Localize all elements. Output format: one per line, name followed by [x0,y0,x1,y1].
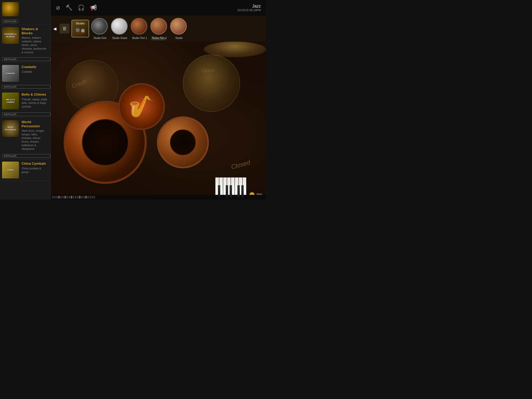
kick-label: Studio Kick [94,37,107,39]
cowbells-desc: Cowbells [22,70,48,74]
shakers-desc: Maraca, shakers, castanet, cabasa, block… [22,36,48,54]
sidebar-item-shakers[interactable]: SHAKERS & BLOCKS Shakers & Blocks Maraca… [0,25,50,63]
china-thumb: CHINA [2,162,19,178]
piano-key-black[interactable] [218,185,220,198]
installed-badge: INSTALLED [2,19,18,23]
saxophone-icon: 🎷 [129,94,155,119]
kick-thumb [91,18,109,36]
snare-label: Studio Snare [112,37,127,39]
progress-bar [51,195,266,200]
progress-seg [71,196,72,198]
svg-point-2 [81,29,85,32]
menu-toggle-button[interactable]: ☰ [59,24,69,34]
drum-item-extra[interactable]: Studio [170,18,188,39]
shakers-thumb-label: SHAKERS & BLOCKS [2,32,19,38]
progress-seg [52,196,54,198]
progress-seg [54,196,56,198]
bells-thumb: BELLS & CHIMES [2,92,19,109]
drum-item-tom1[interactable]: Studio Tom 1 [131,18,148,39]
sidebar-item-china[interactable]: CHINA China Cymbals China cymbals & gong… [0,159,50,181]
china-title: China Cymbals [22,162,48,166]
world-badge: INSTALLED [2,154,50,158]
progress-seg [77,196,78,198]
piano-key-black[interactable] [230,185,232,198]
progress-seg [87,196,89,198]
main-area: ⊘ 🔨 🎧 📢 Jazz 02/19/15 08:18PM ◀ ☰ Studio [51,0,266,200]
cowbells-title: Cowbells [22,65,48,69]
world-desc: Steel drum, congas, bongos, taiko, timba… [22,129,48,151]
bells-title: Bells & Chimes [22,92,48,97]
sidebar-item-world[interactable]: World Percussion World Percussion Steel … [0,118,50,159]
cowbells-badge: INSTALLED [2,85,50,89]
floor-tom-inner [170,129,196,155]
world-thumb-label: World Percussion [2,125,19,131]
bass-drum-inner [82,119,129,166]
toolbar: ⊘ 🔨 🎧 📢 [56,4,97,11]
progress-seg [62,196,64,198]
extra-thumb [170,18,188,36]
drum-view[interactable]: Crash Open 🎷 Closed [51,42,266,200]
bells-badge: INSTALLED [2,112,50,116]
progress-seg [56,196,58,198]
progress-seg [79,196,81,198]
cowbells-thumb-label: Cowbells [5,72,16,75]
progress-seg [69,196,70,198]
floor-tom[interactable] [157,116,209,168]
drum-selector: ◀ ☰ Studio Stu [51,16,266,42]
kit-date: 02/19/15 08:18PM [237,9,261,12]
top-bar: ⊘ 🔨 🎧 📢 Jazz 02/19/15 08:18PM [51,0,266,16]
progress-seg [66,196,68,198]
progress-seg [75,196,76,198]
piano-key-black[interactable] [226,185,228,198]
progress-seg [60,196,62,198]
snare-thumb [111,18,129,36]
cowbells-thumb: Cowbells [2,65,19,82]
shakers-thumb: SHAKERS & BLOCKS [2,27,19,44]
tom2-thumb [150,18,168,36]
progress-seg [64,196,66,198]
tom2-label: Studio Tom 2 [152,37,167,39]
headphone-icon[interactable]: 🎧 [78,4,85,11]
extra-label: Studio [175,37,183,39]
progress-seg [58,196,60,198]
china-desc: China cymbals & gongs. [22,167,48,174]
shakers-badge: INSTALLED [2,57,50,61]
shakers-title: Shakers & Blocks [22,27,48,35]
tom1-label: Studio Tom 1 [132,37,147,39]
sidebar-item-cowbells[interactable]: Cowbells Cowbells Cowbells INSTALLED [0,63,50,90]
progress-seg [85,196,87,198]
hamburger-icon: ☰ [63,26,66,31]
mic-off-icon[interactable]: ⊘ [56,5,60,11]
bells-desc: Triangle, agogo, jingle, bells, chimes &… [22,98,48,109]
sidebar: INSTALLED SHAKERS & BLOCKS Shakers & Blo… [0,0,51,200]
progress-seg [83,196,85,198]
studio-preview-label: Studio [76,22,85,25]
hammer-icon[interactable]: 🔨 [65,4,72,11]
drum-item-studio[interactable]: Studio [71,20,89,37]
progress-seg [94,196,95,198]
open-text: Open [201,68,214,74]
world-thumb: World Percussion [2,120,19,137]
tom1-thumb [131,18,148,36]
drum-item-tom2[interactable]: Studio Tom 2 [150,18,168,39]
jazz-logo[interactable]: 🎷 [118,83,165,130]
sidebar-item-top[interactable]: INSTALLED [0,0,50,25]
back-arrow-icon[interactable]: ◀ [53,26,56,31]
kit-name: Jazz [237,4,261,9]
world-title: World Percussion [22,120,48,128]
bells-thumb-label: BELLS & CHIMES [2,98,19,104]
megaphone-icon[interactable]: 📢 [90,4,97,11]
progress-seg [73,196,74,198]
china-thumb-label: CHINA [7,168,14,172]
top-bar-info: Jazz 02/19/15 08:18PM [237,4,261,12]
hihat-cymbal[interactable] [183,55,240,112]
svg-point-1 [76,28,80,32]
progress-seg [89,196,91,198]
drum-item-kick[interactable]: Studio Kick [91,18,109,39]
piano-key-black[interactable] [237,185,240,198]
sidebar-item-bells[interactable]: BELLS & CHIMES Bells & Chimes Triangle, … [0,90,50,118]
drum-item-snare[interactable]: Studio Snare [111,18,129,39]
top-thumb [2,2,19,16]
progress-seg [81,196,83,198]
piano-key-black[interactable] [241,185,244,198]
